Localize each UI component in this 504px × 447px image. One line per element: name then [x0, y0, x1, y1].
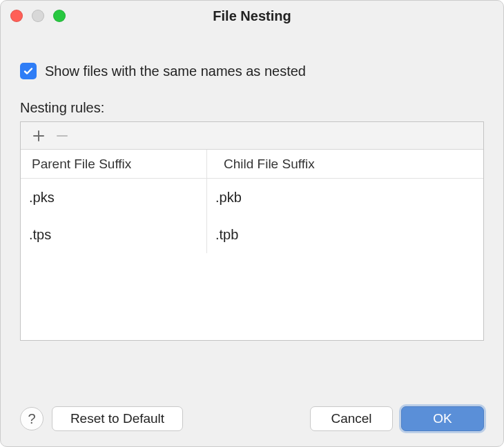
show-nested-checkbox[interactable]	[20, 63, 37, 79]
show-nested-label: Show files with the same names as nested	[45, 63, 306, 79]
checkmark-icon	[23, 66, 34, 77]
window-title: File Nesting	[1, 8, 503, 24]
child-suffix-cell[interactable]: .tpb	[207, 216, 483, 253]
nesting-rules-label: Nesting rules:	[20, 100, 484, 116]
parent-suffix-header[interactable]: Parent File Suffix	[21, 150, 207, 178]
table-body: .pks .pkb .tps .tpb	[21, 179, 483, 340]
dialog-content: Show files with the same names as nested…	[1, 31, 503, 393]
parent-suffix-cell[interactable]: .tps	[21, 216, 207, 253]
child-suffix-cell[interactable]: .pkb	[207, 179, 483, 216]
add-rule-button[interactable]	[29, 126, 48, 146]
table-row[interactable]: .tps .tpb	[21, 216, 483, 253]
child-suffix-header[interactable]: Child File Suffix	[207, 150, 483, 178]
table-toolbar	[21, 122, 483, 150]
table-row[interactable]: .pks .pkb	[21, 179, 483, 216]
plus-icon	[32, 130, 45, 142]
parent-suffix-cell[interactable]: .pks	[21, 179, 207, 216]
help-button[interactable]: ?	[20, 407, 43, 430]
titlebar: File Nesting	[1, 1, 503, 31]
ok-button[interactable]: OK	[401, 406, 484, 431]
dialog-window: File Nesting Show files with the same na…	[0, 0, 504, 447]
reset-to-default-button[interactable]: Reset to Default	[52, 406, 183, 431]
dialog-footer: ? Reset to Default Cancel OK	[1, 393, 503, 446]
cancel-button[interactable]: Cancel	[310, 406, 393, 431]
show-nested-checkbox-row[interactable]: Show files with the same names as nested	[20, 46, 484, 100]
nesting-rules-table: Parent File Suffix Child File Suffix .pk…	[20, 121, 484, 341]
remove-rule-button[interactable]	[52, 126, 72, 146]
minus-icon	[56, 130, 68, 142]
table-header: Parent File Suffix Child File Suffix	[21, 150, 483, 179]
